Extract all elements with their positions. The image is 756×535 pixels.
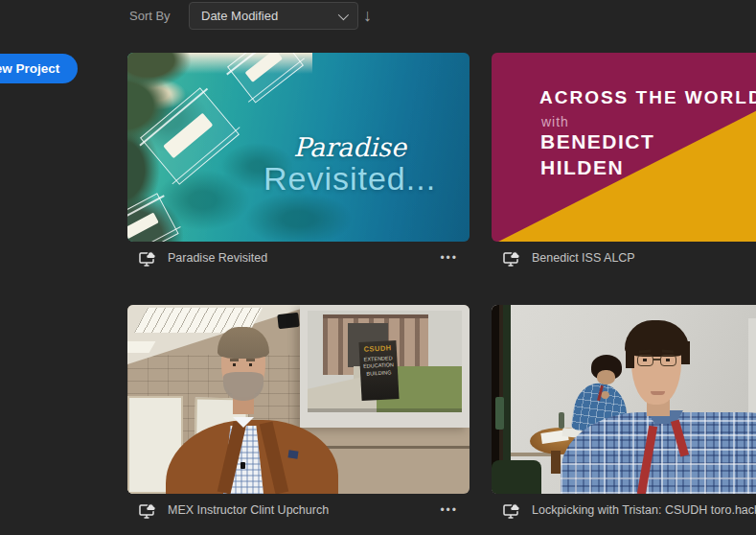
chevron-down-icon [338, 9, 349, 19]
more-options-button[interactable]: ••• [440, 503, 458, 517]
thumbnail-subtitle-text: Revisited... [251, 160, 449, 198]
monitor-cloud-icon [503, 502, 521, 519]
project-meta-row: Paradise Revisited ••• [127, 242, 470, 274]
mouth [651, 391, 665, 395]
project-card-paradise-revisited[interactable]: Paradise Revisited... Paradise Revisited… [127, 53, 470, 274]
thumbnail-title-text: Paradise [258, 132, 443, 162]
chair [492, 460, 541, 494]
campus-sign-title: CSUDH [358, 343, 396, 354]
project-title: Lockpicking with Tristan: CSUDH toro.hac… [532, 503, 756, 517]
project-card-lockpicking[interactable]: Lockpicking with Tristan: CSUDH toro.hac… [492, 305, 756, 526]
eye [666, 359, 670, 361]
bottle [559, 412, 564, 429]
premiere-home-project-browser: { "colors": { "bg": "#242424", "accent":… [0, 0, 756, 535]
project-thumbnail-paradise[interactable]: Paradise Revisited... [127, 53, 470, 242]
sort-dropdown-value: Date Modified [201, 9, 278, 23]
campus-sign: CSUDH EXTENDED EDUCATION BUILDING [358, 340, 399, 401]
monitor-cloud-icon [139, 502, 157, 519]
thumbnail-name-line2: HILDEN [540, 156, 624, 179]
project-title: Paradise Revisited [168, 251, 267, 265]
table-leg [551, 451, 561, 474]
eyebrow [246, 359, 255, 361]
project-title: Benedict ISS ALCP [532, 251, 635, 265]
project-card-benedict-iss-alcp[interactable]: ACROSS THE WORLD with BENEDICT HILDEN Be… [492, 53, 756, 274]
glasses-bridge [653, 359, 661, 361]
new-project-button[interactable]: New Project [0, 54, 78, 83]
project-meta-row: Benedict ISS ALCP ••• [492, 242, 756, 274]
sort-dropdown[interactable]: Date Modified [189, 2, 358, 30]
sort-by-label: Sort By [129, 9, 171, 23]
background-person-face [597, 370, 615, 384]
eye [233, 363, 236, 366]
eye [643, 359, 647, 361]
person-hair-side [626, 343, 634, 368]
lapel-microphone [241, 462, 245, 469]
project-title: MEX Instructor Clint Upchurch [168, 503, 329, 517]
person-hair-side [681, 341, 690, 364]
projected-photo: CSUDH EXTENDED EDUCATION BUILDING [308, 311, 462, 412]
monitor-cloud-icon [139, 250, 157, 267]
project-thumbnail-lockpicking[interactable] [492, 305, 756, 494]
pocket-square [287, 450, 298, 458]
more-options-button[interactable]: ••• [440, 251, 458, 265]
eyebrow [230, 359, 239, 361]
projected-taskbar [308, 408, 462, 412]
project-card-mex-instructor[interactable]: CSUDH EXTENDED EDUCATION BUILDING MEX I [127, 305, 470, 526]
projector-screen: CSUDH EXTENDED EDUCATION BUILDING [300, 305, 470, 428]
sort-direction-button[interactable]: ↓ [363, 4, 372, 27]
wall-corner [748, 318, 756, 426]
background-person-hand [601, 391, 609, 399]
green-cloth [495, 397, 504, 430]
wall-speaker [277, 313, 299, 329]
thumbnail-name-line1: BENEDICT [540, 130, 654, 153]
project-meta-row: MEX Instructor Clint Upchurch ••• [127, 494, 470, 526]
project-thumbnail-across-the-world[interactable]: ACROSS THE WORLD with BENEDICT HILDEN [492, 53, 756, 242]
thumbnail-with-text: with [541, 114, 569, 129]
project-thumbnail-classroom[interactable]: CSUDH EXTENDED EDUCATION BUILDING [127, 305, 470, 494]
campus-sign-subtitle: EXTENDED EDUCATION BUILDING [361, 355, 395, 378]
project-meta-row: Lockpicking with Tristan: CSUDH toro.hac… [492, 494, 756, 526]
thumbnail-title-text: ACROSS THE WORLD [539, 87, 756, 108]
monitor-cloud-icon [503, 250, 521, 267]
eye [249, 363, 252, 366]
